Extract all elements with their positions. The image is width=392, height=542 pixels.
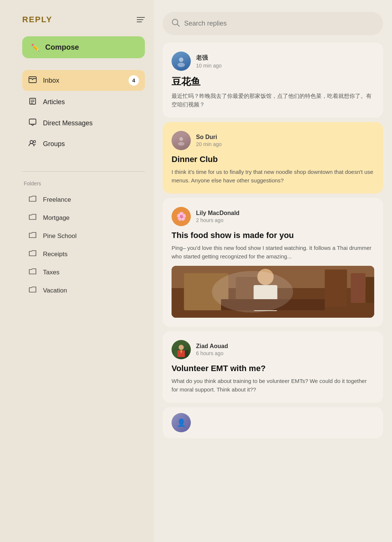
dm-icon [28,119,37,128]
folder-item-mortgage[interactable]: Mortgage [22,209,145,227]
menu-icon[interactable] [137,17,145,22]
message-time: 2 hours ago [196,217,239,223]
folder-label-vacation: Vacation [43,287,67,294]
app-logo: REPLY [22,15,52,24]
svg-point-18 [258,269,274,285]
search-bar[interactable] [163,12,383,35]
avatar-partial: 👤 [172,413,191,432]
sender-name: So Duri [196,134,222,141]
folder-icon [28,195,37,204]
message-preview: 最近忙吗？昨晚我去了你最爱的那家饭馆，点了他们的特色菜，吃着就想你了。有空咱们视… [172,92,374,109]
compose-label: Compose [45,43,79,52]
message-subject: 豆花鱼 [172,75,374,88]
folder-label-mortgage: Mortgage [43,214,70,222]
avatar-ziad [172,340,191,359]
dm-label: Direct Messages [43,119,93,127]
message-subject: This food show is made for you [172,231,374,240]
folder-label-taxes: Taxes [43,269,59,276]
svg-line-9 [177,24,180,27]
sidebar-item-groups[interactable]: Groups [22,135,145,153]
message-subject: Volunteer EMT with me? [172,364,374,373]
message-preview: Ping– you'd love this new food show I st… [172,244,374,261]
sidebar-item-inbox[interactable]: Inbox 4 [22,70,145,91]
svg-point-12 [179,137,183,141]
message-card-laogiang[interactable]: 老强 10 min ago 豆花鱼 最近忙吗？昨晚我去了你最爱的那家饭馆，点了他… [163,43,383,118]
svg-point-8 [172,19,178,25]
svg-point-6 [30,141,33,143]
card-meta: 老强 10 min ago [196,54,222,69]
search-icon [172,19,180,29]
folder-list: Freelance Mortgage Pine School [22,191,145,299]
folder-item-pine-school[interactable]: Pine School [22,227,145,245]
svg-point-10 [179,57,183,62]
folder-icon [28,232,37,240]
groups-icon [28,140,37,148]
message-time: 10 min ago [196,63,222,69]
card-meta: So Duri 20 min ago [196,134,222,147]
card-meta: Ziad Aouad 6 hours ago [196,343,228,356]
svg-rect-5 [29,119,36,124]
card-header: 老强 10 min ago [172,52,374,71]
folder-label-receipts: Receipts [43,251,67,258]
card-header: 🌸 Lily MacDonald 2 hours ago [172,207,374,226]
search-input[interactable] [184,20,374,27]
sender-name: 老强 [196,54,222,62]
folders-section: Folders Freelance Mortgage [22,181,145,299]
message-card-lily[interactable]: 🌸 Lily MacDonald 2 hours ago This food s… [163,198,383,327]
message-card-ziad[interactable]: Ziad Aouad 6 hours ago Volunteer EMT wit… [163,331,383,403]
main-content: 老强 10 min ago 豆花鱼 最近忙吗？昨晚我去了你最爱的那家饭馆，点了他… [154,0,392,542]
avatar-laogiang [172,52,191,71]
folder-icon [28,250,37,258]
folder-icon [28,286,37,295]
svg-rect-17 [236,277,266,307]
card-meta: Lily MacDonald 2 hours ago [196,210,239,223]
svg-rect-19 [254,285,278,311]
avatar-lily: 🌸 [172,207,191,226]
message-preview: What do you think about training to be v… [172,377,374,394]
folder-label-freelance: Freelance [43,196,71,204]
card-header: So Duri 20 min ago [172,131,374,150]
nav-items: Inbox 4 Articles [22,70,145,153]
compose-button[interactable]: ✏️ Compose [22,36,145,58]
pencil-icon: ✏️ [31,43,39,52]
svg-rect-21 [325,270,347,307]
svg-rect-28 [185,350,189,357]
inbox-label: Inbox [43,77,59,85]
svg-point-13 [178,142,185,146]
sidebar-item-articles[interactable]: Articles [22,92,145,112]
food-show-thumbnail [172,266,374,318]
message-card-soduri[interactable]: So Duri 20 min ago Dinner Club I think i… [163,122,383,194]
app-window: REPLY ✏️ Compose Inbox 4 [0,0,392,542]
svg-rect-22 [351,273,366,303]
folder-label-pine-school: Pine School [43,232,77,240]
groups-label: Groups [43,140,65,148]
svg-rect-23 [366,277,375,303]
sidebar-header: REPLY [22,15,145,24]
articles-label: Articles [43,98,65,106]
svg-rect-16 [184,273,229,310]
articles-icon [28,98,37,107]
inbox-badge: 4 [129,75,139,86]
svg-point-7 [33,141,36,143]
folder-item-vacation[interactable]: Vacation [22,282,145,299]
message-subject: Dinner Club [172,155,374,164]
sender-name: Ziad Aouad [196,343,228,350]
sidebar: REPLY ✏️ Compose Inbox 4 [0,0,154,542]
message-time: 20 min ago [196,141,222,147]
sender-name: Lily MacDonald [196,210,239,217]
folder-item-taxes[interactable]: Taxes [22,264,145,281]
message-time: 6 hours ago [196,350,228,356]
folder-icon [28,214,37,222]
message-card-partial[interactable]: 👤 [163,407,383,438]
message-preview: I think it's time for us to finally try … [172,168,374,185]
nav-divider [22,171,145,172]
svg-point-11 [177,63,185,67]
folders-label: Folders [22,181,145,186]
sidebar-item-direct-messages[interactable]: Direct Messages [22,113,145,133]
avatar-soduri [172,131,191,150]
folder-item-receipts[interactable]: Receipts [22,245,145,263]
folder-item-freelance[interactable]: Freelance [22,191,145,208]
svg-point-24 [179,345,184,350]
card-header: Ziad Aouad 6 hours ago [172,340,374,359]
inbox-icon [28,76,37,85]
